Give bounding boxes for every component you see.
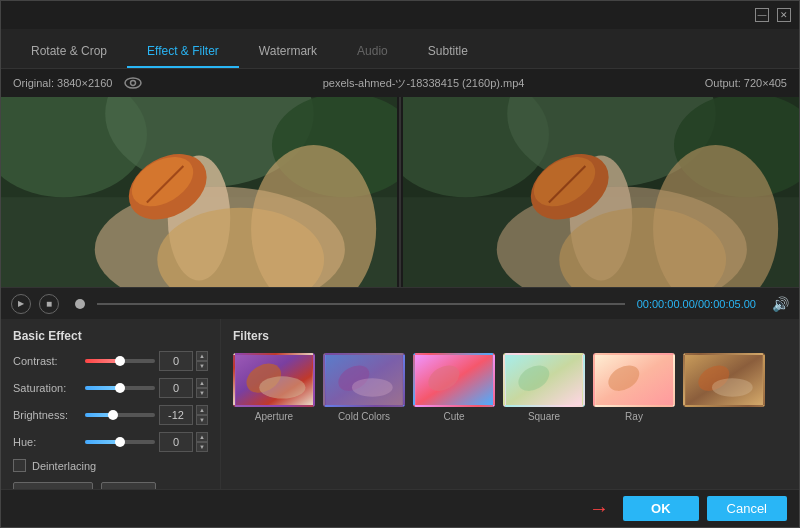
output-resolution: Output: 720×405 xyxy=(705,77,787,89)
filter-square-label: Square xyxy=(528,411,560,422)
action-buttons: Apply to All Reset xyxy=(13,482,208,489)
filter-cute[interactable]: Cute xyxy=(413,353,495,422)
progress-bar[interactable] xyxy=(97,303,625,305)
filter-extra[interactable] xyxy=(683,353,765,422)
hue-row: Hue: 0 ▲ ▼ xyxy=(13,432,208,452)
tab-rotate-crop[interactable]: Rotate & Crop xyxy=(11,36,127,68)
play-button[interactable]: ▶ xyxy=(11,294,31,314)
tab-audio: Audio xyxy=(337,36,408,68)
saturation-spinners: ▲ ▼ xyxy=(196,378,208,398)
cancel-button[interactable]: Cancel xyxy=(707,496,787,521)
title-bar: — ✕ xyxy=(1,1,799,29)
original-preview xyxy=(1,97,397,287)
svg-point-41 xyxy=(712,378,753,397)
contrast-down[interactable]: ▼ xyxy=(196,361,208,371)
brightness-value[interactable]: -12 xyxy=(159,405,193,425)
filter-cold-label: Cold Colors xyxy=(338,411,390,422)
filter-square-thumb xyxy=(503,353,585,407)
svg-point-1 xyxy=(131,81,136,86)
arrow-right-icon: → xyxy=(589,497,609,520)
tabs-bar: Rotate & Crop Effect & Filter Watermark … xyxy=(1,29,799,69)
hue-spinners: ▲ ▼ xyxy=(196,432,208,452)
filter-cute-thumb xyxy=(413,353,495,407)
apply-all-button[interactable]: Apply to All xyxy=(13,482,93,489)
svg-point-32 xyxy=(352,378,393,397)
tab-watermark[interactable]: Watermark xyxy=(239,36,337,68)
basic-effect-panel: Basic Effect Contrast: 0 ▲ ▼ Saturation: xyxy=(1,319,221,489)
filter-aperture[interactable]: Aperture xyxy=(233,353,315,422)
brightness-label: Brightness: xyxy=(13,409,81,421)
preview-divider xyxy=(399,97,401,287)
filter-cold-thumb xyxy=(323,353,405,407)
close-button[interactable]: ✕ xyxy=(777,8,791,22)
bottom-bar: → OK Cancel xyxy=(1,489,799,527)
contrast-value[interactable]: 0 xyxy=(159,351,193,371)
brightness-slider[interactable] xyxy=(85,413,155,417)
hue-down[interactable]: ▼ xyxy=(196,442,208,452)
saturation-down[interactable]: ▼ xyxy=(196,388,208,398)
contrast-label: Contrast: xyxy=(13,355,81,367)
svg-point-0 xyxy=(125,78,141,88)
saturation-value[interactable]: 0 xyxy=(159,378,193,398)
contrast-spinners: ▲ ▼ xyxy=(196,351,208,371)
main-content: Basic Effect Contrast: 0 ▲ ▼ Saturation: xyxy=(1,319,799,489)
saturation-label: Saturation: xyxy=(13,382,81,394)
title-bar-controls: — ✕ xyxy=(755,8,791,22)
filename-label: pexels-ahmed-ツ-18338415 (2160p).mp4 xyxy=(323,76,525,91)
playback-bar: ▶ ■ 00:00:00.00/00:00:05.00 🔊 xyxy=(1,287,799,319)
tab-effect-filter[interactable]: Effect & Filter xyxy=(127,36,239,68)
filter-aperture-label: Aperture xyxy=(255,411,293,422)
saturation-up[interactable]: ▲ xyxy=(196,378,208,388)
preview-area xyxy=(1,97,799,287)
hue-up[interactable]: ▲ xyxy=(196,432,208,442)
main-window: — ✕ Rotate & Crop Effect & Filter Waterm… xyxy=(0,0,800,528)
preview-toggle-icon[interactable] xyxy=(124,77,142,89)
brightness-row: Brightness: -12 ▲ ▼ xyxy=(13,405,208,425)
contrast-up[interactable]: ▲ xyxy=(196,351,208,361)
filter-cold-colors[interactable]: Cold Colors xyxy=(323,353,405,422)
filter-extra-thumb xyxy=(683,353,765,407)
hue-label: Hue: xyxy=(13,436,81,448)
hue-slider[interactable] xyxy=(85,440,155,444)
stop-button[interactable]: ■ xyxy=(39,294,59,314)
info-bar: Original: 3840×2160 pexels-ahmed-ツ-18338… xyxy=(1,69,799,97)
deinterlacing-label: Deinterlacing xyxy=(32,460,96,472)
brightness-down[interactable]: ▼ xyxy=(196,415,208,425)
saturation-slider[interactable] xyxy=(85,386,155,390)
progress-indicator[interactable] xyxy=(75,299,85,309)
filter-ray-thumb xyxy=(593,353,675,407)
filter-square[interactable]: Square xyxy=(503,353,585,422)
svg-point-29 xyxy=(259,376,305,398)
filters-grid: Aperture Cold Colors Cute xyxy=(233,353,787,422)
filter-ray-label: Ray xyxy=(625,411,643,422)
tab-subtitle[interactable]: Subtitle xyxy=(408,36,488,68)
time-display: 00:00:00.00/00:00:05.00 xyxy=(637,298,756,310)
filters-panel: Filters Aperture Cold Colors xyxy=(221,319,799,489)
volume-icon[interactable]: 🔊 xyxy=(772,296,789,312)
filter-cute-label: Cute xyxy=(443,411,464,422)
basic-effect-title: Basic Effect xyxy=(13,329,208,343)
minimize-button[interactable]: — xyxy=(755,8,769,22)
saturation-row: Saturation: 0 ▲ ▼ xyxy=(13,378,208,398)
filters-title: Filters xyxy=(233,329,787,343)
deinterlacing-row: Deinterlacing xyxy=(13,459,208,472)
ok-button[interactable]: OK xyxy=(623,496,699,521)
contrast-slider[interactable] xyxy=(85,359,155,363)
reset-button[interactable]: Reset xyxy=(101,482,156,489)
filter-aperture-thumb xyxy=(233,353,315,407)
brightness-spinners: ▲ ▼ xyxy=(196,405,208,425)
svg-rect-26 xyxy=(403,97,799,287)
original-resolution: Original: 3840×2160 xyxy=(13,77,112,89)
hue-value[interactable]: 0 xyxy=(159,432,193,452)
brightness-up[interactable]: ▲ xyxy=(196,405,208,415)
output-preview xyxy=(403,97,799,287)
contrast-row: Contrast: 0 ▲ ▼ xyxy=(13,351,208,371)
deinterlacing-checkbox[interactable] xyxy=(13,459,26,472)
filter-ray[interactable]: Ray xyxy=(593,353,675,422)
